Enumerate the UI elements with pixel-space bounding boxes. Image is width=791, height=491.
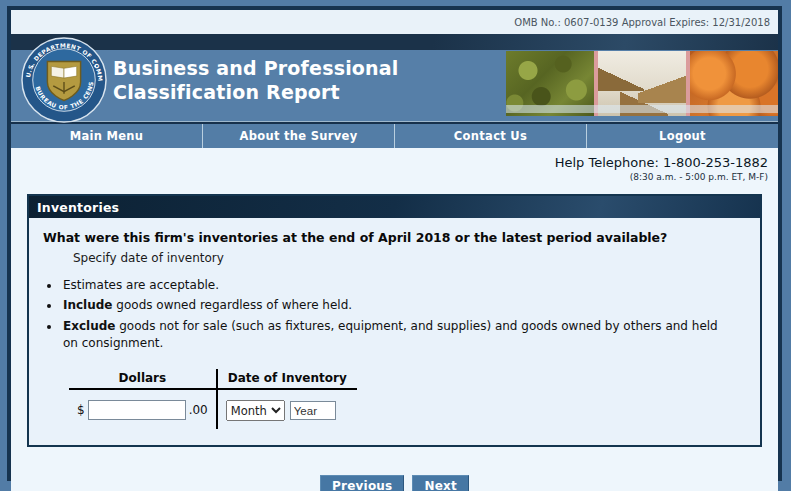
photo-strip-highlight [506,105,778,113]
dollar-sign-label: $ [77,403,85,417]
nav-item-logout[interactable]: Logout [587,124,778,148]
nav-label: Main Menu [70,129,144,143]
column-header-dollars: Dollars [69,369,217,389]
pagination-buttons: Previous Next [11,475,778,491]
dollars-cell: $.00 [69,389,217,430]
instruction-list: Estimates are acceptable. Include goods … [61,277,748,353]
instruction-item: Include goods owned regardless of where … [61,297,721,314]
panel-title-bar: Inventories [29,196,760,218]
inventories-panel: Inventories What were this firm's invent… [27,194,762,447]
panel-body: What were this firm's inventories at the… [29,218,760,445]
next-button[interactable]: Next [412,475,468,491]
omb-bar: OMB No.: 0607-0139 Approval Expires: 12/… [11,10,778,34]
table-row: $.00 Month [69,389,357,430]
dollars-input[interactable] [88,400,186,420]
header-accent-strip [11,34,778,50]
subquestion-text: Specify date of inventory [73,251,748,265]
month-select[interactable]: Month [226,400,285,421]
main-navigation: Main Menu About the Survey Contact Us Lo… [11,122,778,148]
page-title-line1: Business and Professional [113,56,399,80]
nav-label: About the Survey [240,129,358,143]
help-telephone-text: Help Telephone: 1-800-253-1882 [11,155,768,170]
content-area: Help Telephone: 1-800-253-1882 (8:30 a.m… [11,148,778,491]
date-of-inventory-cell: Month [217,389,357,430]
nav-label: Logout [659,129,706,143]
inventory-entry-table: Dollars Date of Inventory $.00 Month [69,369,357,430]
instruction-item: Estimates are acceptable. [61,277,721,294]
cents-suffix-label: .00 [189,403,208,417]
help-hours-text: (8:30 a.m. - 5:00 p.m. ET, M-F) [11,172,768,182]
year-input[interactable] [290,401,336,420]
census-bureau-seal-icon: U.S. DEPARTMENT OF COMMERCE BUREAU OF TH… [21,37,107,123]
app-window: OMB No.: 0607-0139 Approval Expires: 12/… [7,6,782,481]
nav-item-contact-us[interactable]: Contact Us [395,124,587,148]
nav-item-main-menu[interactable]: Main Menu [11,124,203,148]
page-title: Business and Professional Classification… [113,56,399,105]
help-block: Help Telephone: 1-800-253-1882 (8:30 a.m… [11,148,778,184]
column-header-date-of-inventory: Date of Inventory [217,369,357,389]
panel-title: Inventories [37,200,119,215]
nav-item-about-the-survey[interactable]: About the Survey [203,124,395,148]
omb-approval-text: OMB No.: 0607-0139 Approval Expires: 12/… [514,17,770,28]
instruction-item: Exclude goods not for sale (such as fixt… [61,318,721,353]
question-text: What were this firm's inventories at the… [43,230,748,245]
page-title-line2: Classification Report [113,80,399,104]
page-header: U.S. DEPARTMENT OF COMMERCE BUREAU OF TH… [11,34,778,122]
nav-label: Contact Us [454,129,527,143]
previous-button[interactable]: Previous [320,475,404,491]
